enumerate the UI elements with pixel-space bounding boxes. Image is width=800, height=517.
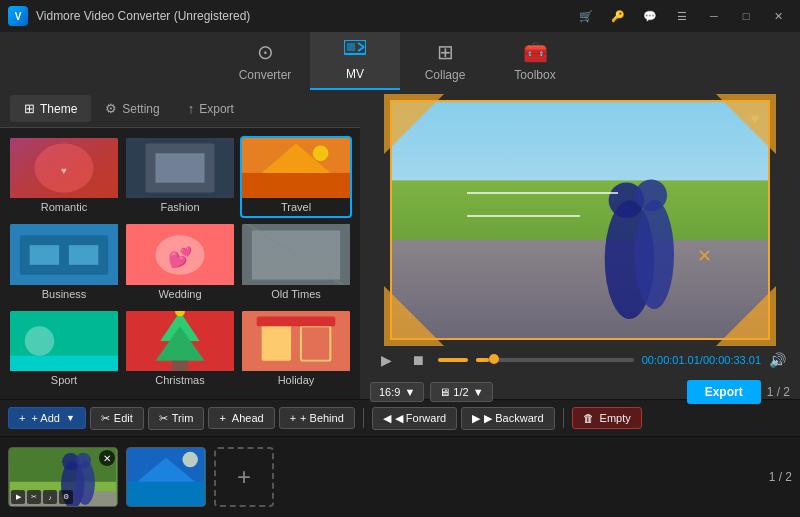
mv-icon [344,40,366,63]
svg-rect-10 [155,153,204,182]
play-button[interactable]: ▶ [374,348,398,372]
theme-item-holiday[interactable]: Holiday [240,309,352,391]
theme-label-christmas: Christmas [155,371,205,389]
add-button[interactable]: + + Add ▼ [8,407,86,429]
title-bar: V Vidmore Video Converter (Unregistered)… [0,0,800,32]
timeline-clip-2[interactable] [126,447,206,507]
collage-icon: ⊞ [437,40,454,64]
timeline-page-indicator: 1 / 2 [769,470,792,484]
tab-converter[interactable]: ⊙ Converter [220,32,310,90]
chat-icon[interactable]: 💬 [636,6,664,26]
main-area: ⊞ Theme ⚙ Setting ↑ Export [0,90,800,399]
theme-label-wedding: Wedding [158,285,201,303]
aspect-ratio-selector[interactable]: 16:9 ▼ [370,382,424,402]
key-icon[interactable]: 🔑 [604,6,632,26]
add-icon: + [19,412,25,424]
trim-icon: ✂ [159,412,168,425]
empty-button[interactable]: 🗑 Empty [572,407,642,429]
svg-rect-35 [301,326,330,360]
backward-icon: ▶ [472,412,480,425]
page-display: 🖥 1/2 [439,386,468,398]
svg-rect-31 [172,360,188,370]
sub-toolbar: ⊞ Theme ⚙ Setting ↑ Export [0,90,360,128]
theme-label-sport: Sport [51,371,77,389]
clip1-icons: ▶ ✂ ♪ ⚙ [11,490,73,504]
theme-item-sport[interactable]: Sport [8,309,120,391]
converter-icon: ⊙ [257,40,274,64]
theme-thumb-travel [242,138,350,198]
timeline-clip-1[interactable]: ✕ ▶ ✂ ♪ ⚙ [8,447,118,507]
subtab-theme[interactable]: ⊞ Theme [10,95,91,122]
ahead-label: Ahead [232,412,264,424]
cut-small-icon: ✂ [27,490,41,504]
export-icon-sub: ↑ [188,101,195,116]
svg-rect-18 [69,245,98,265]
theme-item-business[interactable]: Business [8,222,120,304]
preview-area: ♥ ✕ [370,100,790,340]
subtab-setting[interactable]: ⚙ Setting [91,95,173,122]
theme-item-wedding[interactable]: 💕 Wedding [124,222,236,304]
theme-thumb-christmas [126,311,234,371]
setting-icon: ⚙ [105,101,117,116]
clip1-close[interactable]: ✕ [99,450,115,466]
maximize-button[interactable]: □ [732,6,760,26]
theme-thumb-fashion [126,138,234,198]
svg-line-3 [358,47,364,51]
progress-thumb[interactable] [489,354,499,364]
trim-button[interactable]: ✂ Trim [148,407,205,430]
right-panel: ♥ ✕ ▶ ⏹ 00:00:01.01/00:00:33.01 🔊 16 [360,90,800,399]
forward-label: ◀ Forward [395,412,446,425]
menu-icon[interactable]: ☰ [668,6,696,26]
settings-small-icon: ⚙ [59,490,73,504]
theme-thumb-business [10,224,118,284]
tab-collage[interactable]: ⊞ Collage [400,32,490,90]
bottom-controls: 16:9 ▼ 🖥 1/2 ▼ Export 1 / 2 [370,380,790,404]
text-line-1 [467,192,617,194]
edit-button[interactable]: ✂ Edit [90,407,144,430]
add-clip-button[interactable]: + [214,447,274,507]
page-selector[interactable]: 🖥 1/2 ▼ [430,382,492,402]
preview-frame: ♥ ✕ [390,100,770,340]
tab-mv[interactable]: MV [310,32,400,90]
collage-label: Collage [425,68,466,82]
volume-icon[interactable]: 🔊 [769,352,786,368]
progress-fill [476,358,489,362]
page-chevron: ▼ [473,386,484,398]
theme-label: Theme [40,102,77,116]
theme-item-romantic[interactable]: ♥ Romantic [8,136,120,218]
theme-thumb-wedding: 💕 [126,224,234,284]
edit-icon: ✂ [101,412,110,425]
cart-icon[interactable]: 🛒 [572,6,600,26]
theme-thumb-oldtimes [242,224,350,284]
toolbox-label: Toolbox [514,68,555,82]
volume-control [438,358,468,362]
add-clip-icon: + [237,463,251,491]
svg-rect-34 [262,321,291,360]
theme-item-fashion[interactable]: Fashion [124,136,236,218]
theme-thumb-sport [10,311,118,371]
theme-item-travel[interactable]: Travel [240,136,352,218]
tab-toolbox[interactable]: 🧰 Toolbox [490,32,580,90]
converter-label: Converter [239,68,292,82]
minimize-button[interactable]: ─ [700,6,728,26]
behind-button[interactable]: + + Behind [279,407,355,429]
music-small-icon: ♪ [43,490,57,504]
stop-button[interactable]: ⏹ [406,348,430,372]
behind-icon: + [290,412,296,424]
export-label-sub: Export [199,102,234,116]
theme-item-oldtimes[interactable]: Old Times [240,222,352,304]
progress-bar[interactable] [476,358,634,362]
volume-slider[interactable] [438,358,468,362]
ahead-button[interactable]: + Ahead [208,407,274,429]
text-line-2 [467,215,580,217]
mv-label: MV [346,67,364,81]
svg-rect-52 [127,482,204,506]
forward-button[interactable]: ◀ ◀ Forward [372,407,457,430]
export-button[interactable]: Export [687,380,761,404]
backward-button[interactable]: ▶ ▶ Backward [461,407,554,430]
left-panel: ⊞ Theme ⚙ Setting ↑ Export [0,90,360,399]
subtab-export[interactable]: ↑ Export [174,95,248,122]
close-button[interactable]: ✕ [764,6,792,26]
svg-rect-12 [242,173,350,198]
theme-item-christmas[interactable]: Christmas [124,309,236,391]
